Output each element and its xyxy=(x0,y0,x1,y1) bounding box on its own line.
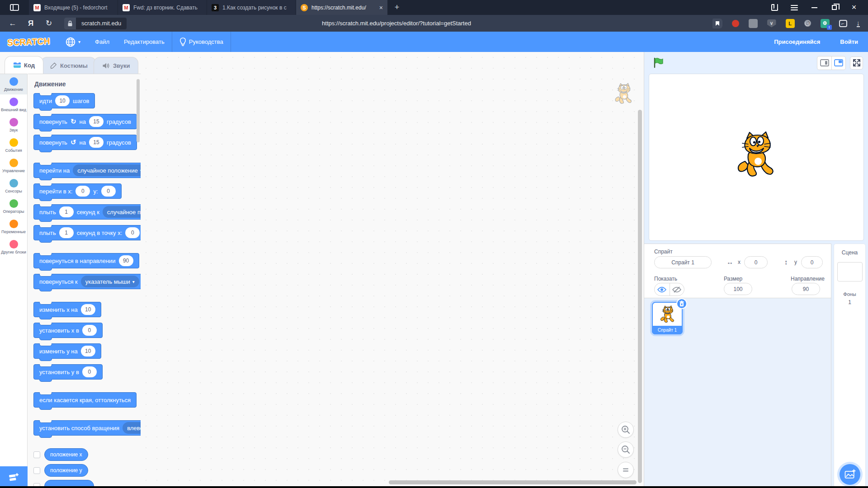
category-движение[interactable]: Движение xyxy=(0,74,27,94)
block-dropdown[interactable]: случайное положение xyxy=(103,206,141,218)
workspace-vertical-scrollbar[interactable] xyxy=(638,110,642,483)
block-number-input[interactable]: 0 xyxy=(101,186,116,197)
tabs-key-icon[interactable]: ⌐ xyxy=(839,20,847,27)
restore-button[interactable] xyxy=(830,4,838,12)
tab-sounds[interactable]: Звуки xyxy=(94,57,139,74)
default-stage-button[interactable] xyxy=(831,56,845,70)
zoom-reset-button[interactable] xyxy=(618,462,634,478)
category-операторы[interactable]: Операторы xyxy=(0,196,27,216)
adblock-icon[interactable] xyxy=(732,20,739,27)
antivirus-icon[interactable]: ⚙! xyxy=(821,19,830,28)
block-number-input[interactable]: 10 xyxy=(55,95,70,106)
size-input[interactable]: 100 xyxy=(724,283,752,295)
delete-sprite-button[interactable] xyxy=(676,298,687,309)
browser-tab-0[interactable]: MВходящие (5) - fedorchort xyxy=(29,0,118,15)
block-number-input[interactable]: 15 xyxy=(89,137,104,148)
block-number-input[interactable]: 0 xyxy=(125,227,140,238)
monitor-checkbox[interactable] xyxy=(33,451,40,458)
address-url[interactable]: https://scratch.mit.edu/projects/editor/… xyxy=(302,20,491,27)
close-window-button[interactable]: × xyxy=(850,4,858,12)
motion-block-3[interactable]: перейти наслучайное положение▾ xyxy=(33,163,141,178)
ring-icon[interactable]: ◎ xyxy=(804,20,811,27)
block-dropdown[interactable]: случайное положение▾ xyxy=(73,164,141,176)
tab-code[interactable]: Код xyxy=(5,56,43,74)
stage-sprite-cat[interactable] xyxy=(734,131,779,182)
block-number-input[interactable]: 0 xyxy=(75,186,90,197)
block-number-input[interactable]: 10 xyxy=(81,346,95,357)
site-chip[interactable]: scratch.mit.edu xyxy=(64,18,127,29)
yandex-button[interactable]: Я xyxy=(22,19,40,28)
browser-tab-2[interactable]: 31.Как создать рисунок в с xyxy=(207,0,296,15)
pocket-shield-icon[interactable]: ∨ xyxy=(767,19,776,28)
motion-block-13[interactable]: если касается края, оттолкнуться xyxy=(33,392,137,408)
block-number-input[interactable]: 15 xyxy=(89,116,104,127)
block-dropdown[interactable]: влево-вправо xyxy=(123,422,141,434)
add-extension-button[interactable] xyxy=(0,466,28,488)
downloads-button[interactable]: ↓ xyxy=(857,20,860,27)
sprite-name-input[interactable]: Спрайт 1 xyxy=(654,256,712,268)
direction-input[interactable]: 90 xyxy=(792,283,820,295)
join-scratch-button[interactable]: Присоединяйся xyxy=(764,32,830,52)
language-selector[interactable]: ▾ xyxy=(58,32,88,52)
reporter-block[interactable]: положение x xyxy=(44,448,88,461)
block-number-input[interactable]: 0 xyxy=(82,325,97,336)
block-number-input[interactable]: 1 xyxy=(59,227,74,238)
backdrop-thumbnail[interactable] xyxy=(837,262,863,282)
zoom-out-button[interactable] xyxy=(618,441,634,458)
block-number-input[interactable]: 10 xyxy=(81,304,95,315)
motion-block-11[interactable]: изменить y на10 xyxy=(33,343,101,359)
sprite-thumbnail-selected[interactable]: Спрайт 1 xyxy=(652,302,683,334)
category-сенсоры[interactable]: Сенсоры xyxy=(0,176,27,196)
close-tab-icon[interactable]: × xyxy=(379,4,383,11)
back-button[interactable]: ← xyxy=(4,19,22,28)
menu-file[interactable]: Файл xyxy=(88,32,117,52)
motion-block-5[interactable]: плыть1секунд кслучайное положение xyxy=(33,204,141,220)
sidebar-toggle-button[interactable] xyxy=(0,0,29,15)
code-workspace[interactable] xyxy=(141,52,644,488)
category-события[interactable]: События xyxy=(0,135,27,155)
y-input[interactable]: 0 xyxy=(801,256,823,268)
block-number-input[interactable]: 0 xyxy=(82,366,97,377)
reload-button[interactable]: ↻ xyxy=(40,19,58,28)
x-input[interactable]: 0 xyxy=(744,256,768,268)
motion-block-6[interactable]: плыть1секунд в точку x:0y:0 xyxy=(33,225,141,240)
lastpass-icon[interactable]: L xyxy=(786,19,795,28)
minimize-button[interactable] xyxy=(810,4,818,12)
motion-block-8[interactable]: повернуться куказатель мыши▾ xyxy=(33,274,141,289)
browser-tab-3[interactable]: Shttps://scratch.mit.edu/× xyxy=(296,0,388,15)
stage-selector-panel[interactable]: Сцена Фоны 1 xyxy=(834,244,866,488)
workspace-horizontal-scrollbar[interactable] xyxy=(389,480,637,484)
zoom-in-button[interactable] xyxy=(618,422,634,438)
motion-block-12[interactable]: установить y в0 xyxy=(33,364,103,380)
block-number-input[interactable]: 90 xyxy=(119,255,133,266)
tab-costumes[interactable]: Костюмы xyxy=(41,57,96,74)
small-stage-button[interactable] xyxy=(817,56,831,70)
monitor-checkbox[interactable] xyxy=(33,467,40,474)
hide-sprite-button[interactable] xyxy=(670,283,684,296)
category-управление[interactable]: Управление xyxy=(0,155,27,176)
block-number-input[interactable]: 1 xyxy=(59,206,74,217)
motion-block-1[interactable]: повернуть↻на15градусов xyxy=(33,114,137,129)
motion-block-4[interactable]: перейти в x:0y:0 xyxy=(33,183,122,199)
new-tab-button[interactable]: + xyxy=(388,0,406,15)
browser-menu-button[interactable] xyxy=(790,4,798,12)
palette-scrollbar[interactable] xyxy=(137,79,140,142)
sign-in-button[interactable]: Войти xyxy=(830,32,868,52)
category-звук[interactable]: Звук xyxy=(0,115,27,135)
category-переменные[interactable]: Переменные xyxy=(0,216,27,237)
bookmarks-panel-button[interactable] xyxy=(770,4,778,12)
browser-tab-1[interactable]: MFwd: дз вторник. Сдавать xyxy=(118,0,207,15)
motion-block-14[interactable]: установить способ вращениявлево-вправо xyxy=(33,420,141,436)
evernote-icon[interactable] xyxy=(749,19,758,28)
green-flag-button[interactable] xyxy=(653,57,664,68)
motion-block-7[interactable]: повернуться в направлении90 xyxy=(33,253,139,268)
motion-block-2[interactable]: повернуть↺на15градусов xyxy=(33,135,137,150)
add-backdrop-button[interactable] xyxy=(840,464,860,485)
scratch-logo[interactable]: SCRATCH xyxy=(7,36,51,47)
menu-edit[interactable]: Редактировать xyxy=(117,32,172,52)
show-sprite-button[interactable] xyxy=(655,283,670,296)
motion-block-9[interactable]: изменить x на10 xyxy=(33,302,101,317)
motion-block-10[interactable]: установить x в0 xyxy=(33,323,103,338)
bookmark-star-button[interactable] xyxy=(712,19,722,28)
reporter-block[interactable]: положение y xyxy=(44,464,88,477)
